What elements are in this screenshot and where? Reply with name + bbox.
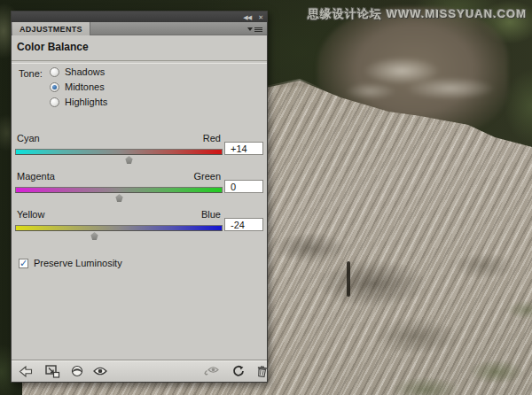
- yellow-blue-slider-thumb[interactable]: [90, 232, 98, 240]
- reset-icon[interactable]: [230, 364, 247, 378]
- preserve-luminosity-checkbox[interactable]: ✓: [19, 259, 28, 268]
- previous-state-eye-icon[interactable]: [203, 364, 221, 378]
- radio-shadows-icon[interactable]: [50, 67, 59, 77]
- magenta-green-slider-track[interactable]: [15, 187, 223, 193]
- cyan-red-value-field[interactable]: +14: [224, 142, 263, 155]
- preserve-luminosity-row[interactable]: ✓ Preserve Luminosity: [19, 258, 122, 268]
- delete-trash-icon[interactable]: [253, 364, 270, 378]
- radio-shadows-label: Shadows: [65, 66, 105, 77]
- panel-tabbar: ADJUSTMENTS: [12, 22, 267, 35]
- close-panel-icon[interactable]: ✕: [258, 14, 262, 20]
- magenta-green-slider-thumb[interactable]: [115, 194, 123, 202]
- page-title: Color Balance: [17, 41, 89, 53]
- yellow-blue-slider-track[interactable]: [15, 225, 223, 231]
- cyan-red-slider-track[interactable]: [15, 149, 223, 155]
- menu-triangle-icon: [247, 27, 253, 31]
- slider-magenta-label: Magenta: [17, 171, 55, 182]
- visibility-eye-icon[interactable]: [91, 364, 109, 378]
- preserve-luminosity-label: Preserve Luminosity: [34, 258, 122, 268]
- slider-yellow-label: Yellow: [17, 209, 44, 220]
- radio-highlights-icon[interactable]: [50, 97, 59, 107]
- radio-midtones-label: Midtones: [65, 81, 105, 92]
- expanded-view-icon[interactable]: [43, 364, 61, 378]
- panel-toolbar: [12, 360, 267, 382]
- slider-cyan-label: Cyan: [17, 133, 40, 143]
- divider: [12, 60, 267, 64]
- slider-green-label: Green: [193, 171, 221, 182]
- tab-adjustments[interactable]: ADJUSTMENTS: [12, 22, 90, 35]
- radio-midtones[interactable]: Midtones: [50, 81, 105, 92]
- radio-highlights-label: Highlights: [65, 97, 107, 107]
- radio-midtones-icon[interactable]: [50, 82, 59, 92]
- watermark-text: 思缘设计论坛 WWW.MISSYUAN.COM: [308, 6, 527, 22]
- slider-blue-label: Blue: [201, 209, 221, 220]
- back-arrow-icon[interactable]: [17, 364, 35, 378]
- screenshot: 思缘设计论坛 WWW.MISSYUAN.COM ◀◀ ✕ ADJUSTMENTS…: [0, 0, 532, 395]
- adjustments-panel: ◀◀ ✕ ADJUSTMENTS Color Balance Tone: Sha…: [11, 11, 268, 383]
- panel-menu-icon[interactable]: [247, 25, 263, 34]
- radio-highlights[interactable]: Highlights: [50, 97, 107, 107]
- radio-shadows[interactable]: Shadows: [50, 66, 105, 77]
- tone-label: Tone:: [19, 68, 43, 79]
- magenta-green-value-field[interactable]: 0: [224, 180, 263, 193]
- background-photo-detail: [347, 261, 350, 297]
- slider-red-label: Red: [203, 133, 221, 143]
- cyan-red-slider-thumb[interactable]: [125, 156, 133, 164]
- yellow-blue-value-field[interactable]: -24: [224, 218, 263, 231]
- clip-to-layer-icon[interactable]: [68, 364, 86, 378]
- menu-lines-icon: [254, 27, 262, 32]
- panel-titlebar: ◀◀ ✕: [12, 12, 267, 22]
- collapse-panel-icon[interactable]: ◀◀: [243, 14, 251, 20]
